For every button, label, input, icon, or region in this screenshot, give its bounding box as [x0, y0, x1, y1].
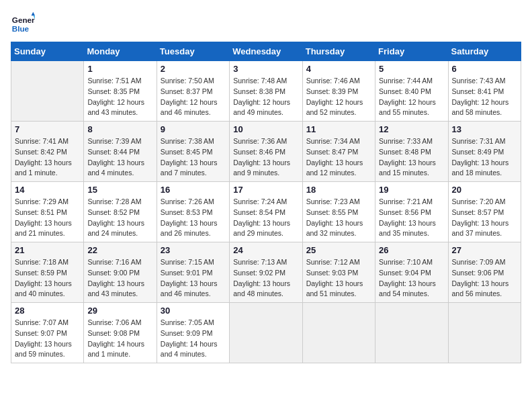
day-number: 29: [87, 306, 152, 316]
calendar-cell: 5Sunrise: 7:44 AM Sunset: 8:40 PM Daylig…: [375, 61, 448, 122]
day-info: Sunrise: 7:26 AM Sunset: 8:53 PM Dayligh…: [161, 197, 226, 239]
day-number: 12: [379, 124, 444, 134]
calendar-cell: 16Sunrise: 7:26 AM Sunset: 8:53 PM Dayli…: [157, 182, 229, 242]
day-number: 10: [233, 124, 298, 134]
day-info: Sunrise: 7:24 AM Sunset: 8:54 PM Dayligh…: [233, 197, 298, 239]
day-info: Sunrise: 7:16 AM Sunset: 9:00 PM Dayligh…: [87, 257, 152, 300]
day-info: Sunrise: 7:28 AM Sunset: 8:52 PM Dayligh…: [87, 197, 152, 239]
svg-text:General: General: [12, 15, 35, 24]
day-number: 28: [15, 306, 80, 316]
day-number: 17: [233, 185, 298, 195]
header-day-tuesday: Tuesday: [157, 42, 229, 61]
calendar-cell: 13Sunrise: 7:31 AM Sunset: 8:49 PM Dayli…: [448, 122, 521, 182]
day-info: Sunrise: 7:05 AM Sunset: 9:09 PM Dayligh…: [161, 318, 226, 360]
calendar-cell: [11, 61, 84, 122]
day-info: Sunrise: 7:41 AM Sunset: 8:42 PM Dayligh…: [15, 136, 80, 179]
day-number: 9: [161, 124, 226, 134]
calendar-cell: [375, 303, 448, 363]
calendar-cell: 19Sunrise: 7:21 AM Sunset: 8:56 PM Dayli…: [375, 182, 448, 242]
calendar-table: SundayMondayTuesdayWednesdayThursdayFrid…: [11, 42, 521, 363]
calendar-body: 1Sunrise: 7:51 AM Sunset: 8:35 PM Daylig…: [11, 61, 521, 363]
day-number: 19: [379, 185, 444, 195]
calendar-header: SundayMondayTuesdayWednesdayThursdayFrid…: [11, 42, 521, 61]
header-day-monday: Monday: [84, 42, 157, 61]
header-row: SundayMondayTuesdayWednesdayThursdayFrid…: [11, 42, 521, 61]
calendar-cell: 8Sunrise: 7:39 AM Sunset: 8:44 PM Daylig…: [84, 122, 157, 182]
day-info: Sunrise: 7:33 AM Sunset: 8:48 PM Dayligh…: [379, 136, 444, 179]
day-number: 8: [87, 124, 152, 134]
day-info: Sunrise: 7:34 AM Sunset: 8:47 PM Dayligh…: [306, 136, 371, 179]
day-info: Sunrise: 7:21 AM Sunset: 8:56 PM Dayligh…: [379, 197, 444, 239]
day-number: 30: [161, 306, 226, 316]
day-number: 22: [87, 245, 152, 255]
day-info: Sunrise: 7:38 AM Sunset: 8:45 PM Dayligh…: [161, 136, 226, 179]
day-info: Sunrise: 7:07 AM Sunset: 9:07 PM Dayligh…: [15, 318, 80, 360]
week-row-4: 21Sunrise: 7:18 AM Sunset: 8:59 PM Dayli…: [11, 242, 521, 303]
header-day-wednesday: Wednesday: [230, 42, 302, 61]
calendar-cell: 12Sunrise: 7:33 AM Sunset: 8:48 PM Dayli…: [375, 122, 448, 182]
day-number: 14: [15, 185, 80, 195]
day-number: 4: [306, 64, 371, 74]
calendar-cell: 4Sunrise: 7:46 AM Sunset: 8:39 PM Daylig…: [302, 61, 375, 122]
calendar-cell: 18Sunrise: 7:23 AM Sunset: 8:55 PM Dayli…: [302, 182, 375, 242]
day-number: 18: [306, 185, 371, 195]
calendar-cell: 26Sunrise: 7:10 AM Sunset: 9:04 PM Dayli…: [375, 242, 448, 303]
week-row-5: 28Sunrise: 7:07 AM Sunset: 9:07 PM Dayli…: [11, 303, 521, 363]
day-info: Sunrise: 7:44 AM Sunset: 8:40 PM Dayligh…: [379, 76, 444, 118]
day-number: 13: [452, 124, 517, 134]
calendar-cell: 17Sunrise: 7:24 AM Sunset: 8:54 PM Dayli…: [230, 182, 302, 242]
day-number: 24: [233, 245, 298, 255]
day-info: Sunrise: 7:29 AM Sunset: 8:51 PM Dayligh…: [15, 197, 80, 239]
header-day-friday: Friday: [375, 42, 448, 61]
day-number: 1: [87, 64, 152, 74]
header-day-saturday: Saturday: [448, 42, 521, 61]
header-day-thursday: Thursday: [302, 42, 375, 61]
day-number: 23: [161, 245, 226, 255]
calendar-cell: 1Sunrise: 7:51 AM Sunset: 8:35 PM Daylig…: [84, 61, 157, 122]
day-info: Sunrise: 7:12 AM Sunset: 9:03 PM Dayligh…: [306, 257, 371, 300]
day-info: Sunrise: 7:51 AM Sunset: 8:35 PM Dayligh…: [87, 76, 152, 118]
calendar-cell: 25Sunrise: 7:12 AM Sunset: 9:03 PM Dayli…: [302, 242, 375, 303]
calendar-cell: 28Sunrise: 7:07 AM Sunset: 9:07 PM Dayli…: [11, 303, 84, 363]
calendar-cell: [448, 303, 521, 363]
week-row-2: 7Sunrise: 7:41 AM Sunset: 8:42 PM Daylig…: [11, 122, 521, 182]
day-number: 6: [452, 64, 517, 74]
day-number: 5: [379, 64, 444, 74]
calendar-cell: 15Sunrise: 7:28 AM Sunset: 8:52 PM Dayli…: [84, 182, 157, 242]
week-row-3: 14Sunrise: 7:29 AM Sunset: 8:51 PM Dayli…: [11, 182, 521, 242]
day-info: Sunrise: 7:31 AM Sunset: 8:49 PM Dayligh…: [452, 136, 517, 179]
calendar-cell: 9Sunrise: 7:38 AM Sunset: 8:45 PM Daylig…: [157, 122, 229, 182]
calendar-cell: 22Sunrise: 7:16 AM Sunset: 9:00 PM Dayli…: [84, 242, 157, 303]
day-number: 7: [15, 124, 80, 134]
day-number: 16: [161, 185, 226, 195]
day-info: Sunrise: 7:50 AM Sunset: 8:37 PM Dayligh…: [161, 76, 226, 118]
calendar-cell: 10Sunrise: 7:36 AM Sunset: 8:46 PM Dayli…: [230, 122, 302, 182]
logo-icon: General Blue: [11, 11, 35, 35]
week-row-1: 1Sunrise: 7:51 AM Sunset: 8:35 PM Daylig…: [11, 61, 521, 122]
calendar-cell: 7Sunrise: 7:41 AM Sunset: 8:42 PM Daylig…: [11, 122, 84, 182]
day-info: Sunrise: 7:06 AM Sunset: 9:08 PM Dayligh…: [87, 318, 152, 360]
day-number: 27: [452, 245, 517, 255]
day-info: Sunrise: 7:10 AM Sunset: 9:04 PM Dayligh…: [379, 257, 444, 300]
calendar-cell: 24Sunrise: 7:13 AM Sunset: 9:02 PM Dayli…: [230, 242, 302, 303]
day-number: 15: [87, 185, 152, 195]
calendar-cell: 14Sunrise: 7:29 AM Sunset: 8:51 PM Dayli…: [11, 182, 84, 242]
day-number: 2: [161, 64, 226, 74]
calendar-cell: 29Sunrise: 7:06 AM Sunset: 9:08 PM Dayli…: [84, 303, 157, 363]
day-info: Sunrise: 7:20 AM Sunset: 8:57 PM Dayligh…: [452, 197, 517, 239]
day-info: Sunrise: 7:43 AM Sunset: 8:41 PM Dayligh…: [452, 76, 517, 118]
day-number: 11: [306, 124, 371, 134]
day-info: Sunrise: 7:13 AM Sunset: 9:02 PM Dayligh…: [233, 257, 298, 300]
page-header: General Blue: [11, 11, 521, 35]
calendar-cell: 3Sunrise: 7:48 AM Sunset: 8:38 PM Daylig…: [230, 61, 302, 122]
day-number: 20: [452, 185, 517, 195]
calendar-cell: [230, 303, 302, 363]
calendar-cell: 27Sunrise: 7:09 AM Sunset: 9:06 PM Dayli…: [448, 242, 521, 303]
svg-text:Blue: Blue: [12, 24, 30, 33]
logo: General Blue: [11, 11, 35, 35]
day-number: 26: [379, 245, 444, 255]
day-info: Sunrise: 7:36 AM Sunset: 8:46 PM Dayligh…: [233, 136, 298, 179]
calendar-cell: 6Sunrise: 7:43 AM Sunset: 8:41 PM Daylig…: [448, 61, 521, 122]
calendar-cell: 2Sunrise: 7:50 AM Sunset: 8:37 PM Daylig…: [157, 61, 229, 122]
header-day-sunday: Sunday: [11, 42, 84, 61]
